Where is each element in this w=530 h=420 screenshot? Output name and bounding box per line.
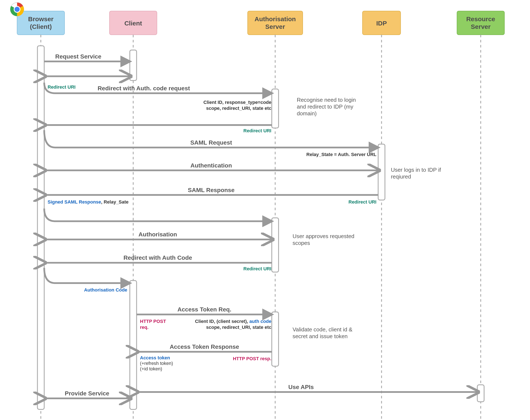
msg-access-token-req: Access Token Req.	[177, 306, 231, 313]
note-validate: Validate code, client id &	[293, 326, 352, 333]
activation-resource	[477, 385, 484, 402]
svg-text:Authorisation: Authorisation	[255, 15, 296, 22]
svg-text:Relay_State = Auth. Server URL: Relay_State = Auth. Server URL	[306, 152, 377, 157]
lifeline-client: Client	[109, 11, 157, 35]
svg-text:IDP: IDP	[376, 20, 387, 27]
msg-saml-request: SAML Request	[190, 139, 232, 146]
note-user-approves: User approves requested	[293, 233, 354, 239]
svg-text:Client ID, (client secret), au: Client ID, (client secret), auth code	[195, 319, 271, 324]
msg-redirect-auth-code: Redirect with Auth Code	[123, 255, 192, 261]
svg-text:and redirect to IDP (my: and redirect to IDP (my	[297, 104, 353, 110]
msg-redirect-auth-req: Redirect with Auth. code request	[98, 85, 190, 91]
activation-client-1	[130, 50, 136, 81]
svg-text:(+refresh token): (+refresh token)	[140, 361, 173, 366]
msg-provide-service: Provide Service	[65, 390, 109, 397]
msg-request-service: Request Service	[55, 53, 101, 60]
msg-authentication: Authentication	[190, 162, 232, 169]
activation-auth-2	[272, 218, 279, 272]
msg-authorisation: Authorisation	[138, 231, 177, 238]
label-http-post-req: HTTP POST	[140, 319, 166, 324]
svg-text:reqiured: reqiured	[391, 173, 411, 180]
svg-text:(+id token): (+id token)	[140, 366, 162, 372]
svg-text:req.: req.	[140, 325, 148, 330]
label-authorisation-code: Authorisation Code	[84, 287, 127, 293]
activation-browser	[38, 46, 44, 409]
activation-auth-3	[272, 312, 279, 366]
svg-text:scope, redirect_URI, state etc: scope, redirect_URI, state etc	[206, 325, 271, 330]
svg-text:domain): domain)	[297, 110, 317, 117]
label-http-post-resp: HTTP POST resp.	[233, 356, 271, 361]
activation-auth-1	[272, 89, 279, 128]
svg-text:secret and issue token: secret and issue token	[293, 333, 348, 339]
label-redirect-uri-1: Redirect URI	[48, 84, 76, 90]
svg-text:Server: Server	[265, 23, 285, 30]
note-user-logs-in: User logs in to IDP if	[391, 167, 441, 173]
lifeline-resource: Resource Server	[457, 11, 505, 35]
svg-text:(Client): (Client)	[30, 23, 52, 30]
lifeline-browser: Browser (Client)	[17, 11, 65, 35]
activation-client-2	[130, 281, 136, 409]
label-redirect-uri-2: Redirect URI	[243, 128, 271, 133]
svg-text:Browser: Browser	[28, 15, 54, 22]
msg-access-token-resp: Access Token Response	[170, 344, 239, 350]
svg-text:Client: Client	[124, 20, 142, 27]
svg-text:Resource: Resource	[466, 15, 495, 22]
svg-text:Client ID, response_type=code: Client ID, response_type=code	[204, 100, 271, 105]
svg-text:Signed SAML Response, Relay_Sa: Signed SAML Response, Relay_Sate	[48, 199, 129, 205]
svg-text:scope, redirect_URI, state etc: scope, redirect_URI, state etc	[206, 105, 271, 111]
label-redirect-uri-4: Redirect URI	[243, 266, 271, 271]
sequence-diagram: Browser (Client) Client Authorisation Se…	[0, 0, 530, 420]
lifeline-auth-server: Authorisation Server	[248, 11, 303, 35]
activation-idp	[378, 144, 385, 200]
svg-text:scopes: scopes	[293, 240, 310, 246]
note-recognise-login: Recognise need to login	[297, 97, 356, 103]
lifeline-idp: IDP	[363, 11, 401, 35]
label-redirect-uri-3: Redirect URI	[349, 199, 377, 205]
msg-use-apis: Use APIs	[288, 384, 314, 390]
svg-text:Server: Server	[471, 23, 491, 30]
msg-saml-response: SAML Response	[188, 187, 235, 193]
chrome-icon	[10, 2, 24, 16]
svg-point-4	[14, 6, 20, 12]
label-access-token: Access token	[140, 355, 170, 360]
